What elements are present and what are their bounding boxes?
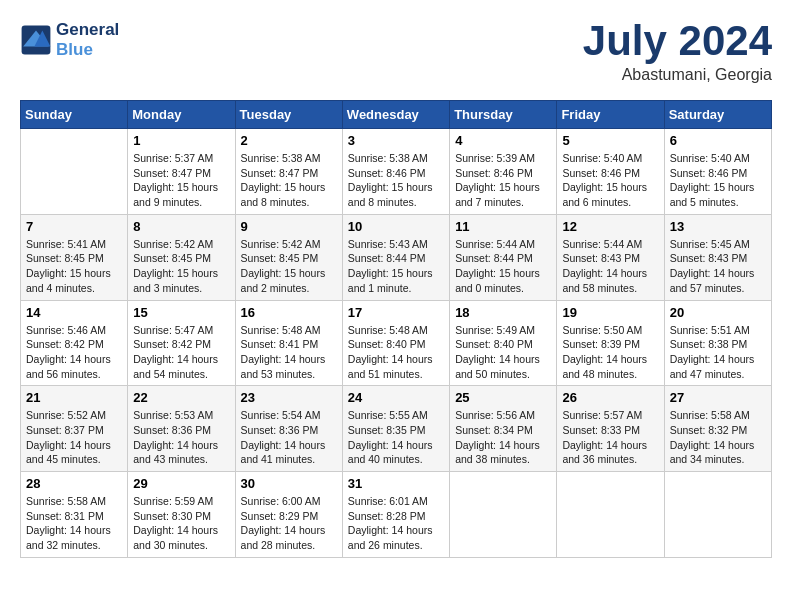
day-number: 25 [455,390,551,405]
calendar-cell: 9Sunrise: 5:42 AM Sunset: 8:45 PM Daylig… [235,214,342,300]
calendar-cell: 30Sunrise: 6:00 AM Sunset: 8:29 PM Dayli… [235,472,342,558]
cell-info: Sunrise: 5:48 AM Sunset: 8:40 PM Dayligh… [348,323,444,382]
day-number: 16 [241,305,337,320]
cell-info: Sunrise: 5:56 AM Sunset: 8:34 PM Dayligh… [455,408,551,467]
calendar-cell: 2Sunrise: 5:38 AM Sunset: 8:47 PM Daylig… [235,129,342,215]
calendar-cell: 14Sunrise: 5:46 AM Sunset: 8:42 PM Dayli… [21,300,128,386]
calendar-cell: 13Sunrise: 5:45 AM Sunset: 8:43 PM Dayli… [664,214,771,300]
calendar-cell [557,472,664,558]
page-header: General Blue July 2024 Abastumani, Georg… [20,20,772,84]
calendar-cell: 16Sunrise: 5:48 AM Sunset: 8:41 PM Dayli… [235,300,342,386]
calendar-cell: 6Sunrise: 5:40 AM Sunset: 8:46 PM Daylig… [664,129,771,215]
weekday-header: Thursday [450,101,557,129]
cell-info: Sunrise: 6:01 AM Sunset: 8:28 PM Dayligh… [348,494,444,553]
calendar-cell: 1Sunrise: 5:37 AM Sunset: 8:47 PM Daylig… [128,129,235,215]
location: Abastumani, Georgia [583,66,772,84]
cell-info: Sunrise: 5:52 AM Sunset: 8:37 PM Dayligh… [26,408,122,467]
calendar-cell: 15Sunrise: 5:47 AM Sunset: 8:42 PM Dayli… [128,300,235,386]
weekday-header: Sunday [21,101,128,129]
day-number: 26 [562,390,658,405]
day-number: 13 [670,219,766,234]
cell-info: Sunrise: 5:44 AM Sunset: 8:43 PM Dayligh… [562,237,658,296]
day-number: 21 [26,390,122,405]
day-number: 3 [348,133,444,148]
cell-info: Sunrise: 5:58 AM Sunset: 8:31 PM Dayligh… [26,494,122,553]
cell-info: Sunrise: 5:53 AM Sunset: 8:36 PM Dayligh… [133,408,229,467]
day-number: 8 [133,219,229,234]
cell-info: Sunrise: 5:49 AM Sunset: 8:40 PM Dayligh… [455,323,551,382]
day-number: 28 [26,476,122,491]
day-number: 20 [670,305,766,320]
day-number: 2 [241,133,337,148]
calendar-cell: 7Sunrise: 5:41 AM Sunset: 8:45 PM Daylig… [21,214,128,300]
day-number: 30 [241,476,337,491]
cell-info: Sunrise: 5:38 AM Sunset: 8:47 PM Dayligh… [241,151,337,210]
day-number: 19 [562,305,658,320]
cell-info: Sunrise: 5:59 AM Sunset: 8:30 PM Dayligh… [133,494,229,553]
day-number: 10 [348,219,444,234]
cell-info: Sunrise: 5:51 AM Sunset: 8:38 PM Dayligh… [670,323,766,382]
cell-info: Sunrise: 5:54 AM Sunset: 8:36 PM Dayligh… [241,408,337,467]
day-number: 12 [562,219,658,234]
cell-info: Sunrise: 5:57 AM Sunset: 8:33 PM Dayligh… [562,408,658,467]
cell-info: Sunrise: 5:42 AM Sunset: 8:45 PM Dayligh… [241,237,337,296]
calendar-cell: 25Sunrise: 5:56 AM Sunset: 8:34 PM Dayli… [450,386,557,472]
calendar-cell: 21Sunrise: 5:52 AM Sunset: 8:37 PM Dayli… [21,386,128,472]
calendar-cell [664,472,771,558]
cell-info: Sunrise: 5:43 AM Sunset: 8:44 PM Dayligh… [348,237,444,296]
calendar-week-row: 21Sunrise: 5:52 AM Sunset: 8:37 PM Dayli… [21,386,772,472]
calendar-cell: 23Sunrise: 5:54 AM Sunset: 8:36 PM Dayli… [235,386,342,472]
calendar-cell [450,472,557,558]
cell-info: Sunrise: 5:48 AM Sunset: 8:41 PM Dayligh… [241,323,337,382]
day-number: 22 [133,390,229,405]
cell-info: Sunrise: 5:40 AM Sunset: 8:46 PM Dayligh… [562,151,658,210]
calendar-cell: 17Sunrise: 5:48 AM Sunset: 8:40 PM Dayli… [342,300,449,386]
calendar-cell: 26Sunrise: 5:57 AM Sunset: 8:33 PM Dayli… [557,386,664,472]
day-number: 29 [133,476,229,491]
weekday-header-row: SundayMondayTuesdayWednesdayThursdayFrid… [21,101,772,129]
day-number: 6 [670,133,766,148]
day-number: 23 [241,390,337,405]
day-number: 1 [133,133,229,148]
cell-info: Sunrise: 5:58 AM Sunset: 8:32 PM Dayligh… [670,408,766,467]
logo-text: General Blue [56,20,119,61]
day-number: 5 [562,133,658,148]
calendar-cell: 20Sunrise: 5:51 AM Sunset: 8:38 PM Dayli… [664,300,771,386]
logo-icon [20,24,52,56]
day-number: 18 [455,305,551,320]
weekday-header: Monday [128,101,235,129]
calendar-table: SundayMondayTuesdayWednesdayThursdayFrid… [20,100,772,558]
cell-info: Sunrise: 5:40 AM Sunset: 8:46 PM Dayligh… [670,151,766,210]
day-number: 14 [26,305,122,320]
calendar-cell: 18Sunrise: 5:49 AM Sunset: 8:40 PM Dayli… [450,300,557,386]
cell-info: Sunrise: 5:47 AM Sunset: 8:42 PM Dayligh… [133,323,229,382]
calendar-week-row: 14Sunrise: 5:46 AM Sunset: 8:42 PM Dayli… [21,300,772,386]
day-number: 9 [241,219,337,234]
cell-info: Sunrise: 5:38 AM Sunset: 8:46 PM Dayligh… [348,151,444,210]
calendar-cell: 5Sunrise: 5:40 AM Sunset: 8:46 PM Daylig… [557,129,664,215]
weekday-header: Wednesday [342,101,449,129]
day-number: 11 [455,219,551,234]
day-number: 17 [348,305,444,320]
calendar-week-row: 1Sunrise: 5:37 AM Sunset: 8:47 PM Daylig… [21,129,772,215]
cell-info: Sunrise: 5:50 AM Sunset: 8:39 PM Dayligh… [562,323,658,382]
day-number: 31 [348,476,444,491]
calendar-cell: 29Sunrise: 5:59 AM Sunset: 8:30 PM Dayli… [128,472,235,558]
month-title: July 2024 [583,20,772,62]
calendar-cell: 11Sunrise: 5:44 AM Sunset: 8:44 PM Dayli… [450,214,557,300]
calendar-cell: 19Sunrise: 5:50 AM Sunset: 8:39 PM Dayli… [557,300,664,386]
cell-info: Sunrise: 5:42 AM Sunset: 8:45 PM Dayligh… [133,237,229,296]
title-block: July 2024 Abastumani, Georgia [583,20,772,84]
cell-info: Sunrise: 6:00 AM Sunset: 8:29 PM Dayligh… [241,494,337,553]
weekday-header: Friday [557,101,664,129]
day-number: 7 [26,219,122,234]
calendar-week-row: 28Sunrise: 5:58 AM Sunset: 8:31 PM Dayli… [21,472,772,558]
calendar-cell: 8Sunrise: 5:42 AM Sunset: 8:45 PM Daylig… [128,214,235,300]
cell-info: Sunrise: 5:41 AM Sunset: 8:45 PM Dayligh… [26,237,122,296]
cell-info: Sunrise: 5:46 AM Sunset: 8:42 PM Dayligh… [26,323,122,382]
cell-info: Sunrise: 5:55 AM Sunset: 8:35 PM Dayligh… [348,408,444,467]
weekday-header: Tuesday [235,101,342,129]
cell-info: Sunrise: 5:44 AM Sunset: 8:44 PM Dayligh… [455,237,551,296]
calendar-cell: 3Sunrise: 5:38 AM Sunset: 8:46 PM Daylig… [342,129,449,215]
day-number: 15 [133,305,229,320]
